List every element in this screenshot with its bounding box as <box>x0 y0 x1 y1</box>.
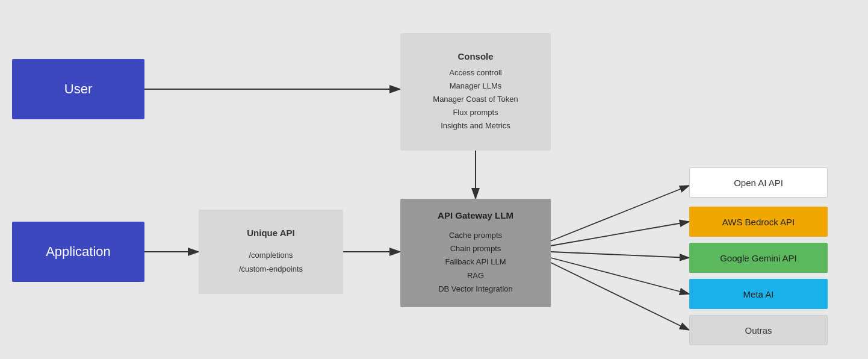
unique-api-item-1: /completions <box>249 249 293 262</box>
console-box: Console Access controll Manager LLMs Man… <box>400 33 551 151</box>
gateway-item-4: RAG <box>467 269 484 283</box>
gateway-item-5: DB Vector Integration <box>438 283 513 296</box>
console-title: Console <box>457 51 493 61</box>
google-gemini-box: Google Gemini API <box>689 243 828 273</box>
gateway-box: API Gateway LLM Cache prompts Chain prom… <box>400 199 551 307</box>
svg-line-9 <box>551 263 689 330</box>
svg-line-8 <box>551 258 689 294</box>
outras-box: Outras <box>689 315 828 345</box>
meta-ai-box: Meta AI <box>689 279 828 309</box>
console-item-2: Manager LLMs <box>450 80 502 93</box>
gateway-item-2: Chain prompts <box>450 242 501 255</box>
aws-bedrock-box: AWS Bedrock API <box>689 207 828 237</box>
unique-api-item-2: /custom-endpoints <box>239 263 303 276</box>
console-item-1: Access controll <box>449 66 501 80</box>
application-box: Application <box>12 222 144 282</box>
application-label: Application <box>46 244 111 260</box>
diagram-container: User Console Access controll Manager LLM… <box>0 0 868 359</box>
svg-line-5 <box>551 186 689 241</box>
console-item-5: Insights and Metrics <box>441 119 510 133</box>
open-ai-box: Open AI API <box>689 167 828 198</box>
aws-bedrock-label: AWS Bedrock API <box>722 217 795 227</box>
gateway-title: API Gateway LLM <box>438 210 513 220</box>
console-item-3: Manager Coast of Token <box>433 93 518 106</box>
meta-ai-label: Meta AI <box>743 289 774 299</box>
gateway-item-3: Fallback API LLM <box>445 255 506 269</box>
unique-api-title: Unique API <box>247 228 294 238</box>
google-gemini-label: Google Gemini API <box>720 253 797 263</box>
open-ai-label: Open AI API <box>734 178 783 188</box>
outras-label: Outras <box>745 325 772 336</box>
user-box: User <box>12 59 144 119</box>
gateway-item-1: Cache prompts <box>449 229 502 242</box>
svg-line-7 <box>551 252 689 258</box>
svg-line-6 <box>551 222 689 246</box>
user-label: User <box>64 81 92 97</box>
unique-api-box: Unique API /completions /custom-endpoint… <box>199 210 343 294</box>
console-item-4: Flux prompts <box>453 106 498 119</box>
